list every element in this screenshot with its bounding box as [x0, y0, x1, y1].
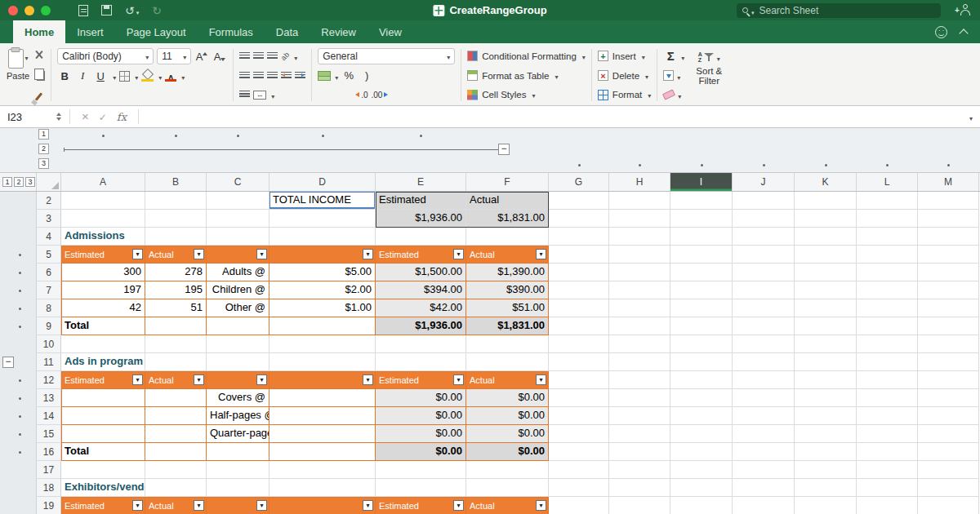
cell-J14[interactable]: [733, 407, 795, 425]
new-workbook-icon[interactable]: [78, 5, 88, 16]
column-header-H[interactable]: H: [609, 173, 670, 191]
cell-E17[interactable]: [376, 461, 466, 479]
cell-L4[interactable]: [857, 228, 918, 246]
cell-I14[interactable]: [670, 407, 733, 425]
row-header-11[interactable]: 11: [37, 353, 61, 371]
cell-B17[interactable]: [145, 461, 207, 479]
undo-dropdown-caret-icon[interactable]: [135, 3, 140, 18]
cell-L9[interactable]: [857, 317, 918, 335]
cell-M10[interactable]: [918, 335, 979, 353]
cell-E10[interactable]: [376, 335, 466, 353]
cell-F4[interactable]: [466, 228, 549, 246]
cell-J16[interactable]: [733, 443, 795, 461]
cell-G5[interactable]: [549, 246, 609, 264]
cell-A9[interactable]: Total: [61, 317, 145, 335]
cell-B6[interactable]: 278: [145, 264, 207, 281]
paste-dropdown-caret-icon[interactable]: [24, 49, 29, 64]
cell-F9[interactable]: $1,831.00: [466, 317, 549, 335]
cell-B16[interactable]: [145, 443, 207, 461]
cell-J7[interactable]: [733, 281, 795, 299]
cell-M6[interactable]: [918, 264, 979, 281]
cell-B5[interactable]: Actual: [145, 246, 207, 264]
cell-B19[interactable]: Actual: [145, 497, 207, 514]
fill-color-icon[interactable]: [141, 70, 154, 82]
cell-C18[interactable]: [207, 479, 270, 497]
sort-filter-button[interactable]: Sort & Filter: [691, 47, 727, 104]
cell-G13[interactable]: [549, 389, 609, 407]
cell-J15[interactable]: [733, 425, 795, 443]
cell-K17[interactable]: [795, 461, 857, 479]
cell-L11[interactable]: [857, 353, 918, 371]
tab-insert[interactable]: Insert: [65, 20, 115, 43]
row-header-10[interactable]: 10: [37, 335, 61, 353]
cell-H13[interactable]: [609, 389, 670, 407]
autosum-button[interactable]: Σ: [663, 47, 684, 65]
cell-L3[interactable]: [857, 210, 918, 228]
row-header-5[interactable]: 5: [37, 246, 61, 264]
cell-I10[interactable]: [670, 335, 733, 353]
cell-F5[interactable]: Actual: [466, 246, 549, 264]
cell-D9[interactable]: [270, 317, 376, 335]
cell-I17[interactable]: [670, 461, 733, 479]
cell-C16[interactable]: [207, 443, 270, 461]
column-header-G[interactable]: G: [549, 173, 609, 191]
column-header-A[interactable]: A: [61, 173, 145, 191]
filter-button-E19[interactable]: [453, 500, 464, 511]
cell-D19[interactable]: [270, 497, 376, 514]
cell-B14[interactable]: [145, 407, 207, 425]
cell-I2[interactable]: [670, 192, 733, 210]
cell-B4[interactable]: [145, 228, 207, 246]
cell-M2[interactable]: [918, 192, 979, 210]
row-group-collapse-button[interactable]: −: [2, 357, 14, 368]
cell-M7[interactable]: [918, 281, 979, 299]
cell-L14[interactable]: [857, 407, 918, 425]
cell-I13[interactable]: [670, 389, 733, 407]
row-outline-level-2[interactable]: 2: [14, 177, 24, 187]
cell-D17[interactable]: [270, 461, 376, 479]
cell-E9[interactable]: $1,936.00: [376, 317, 466, 335]
cell-E7[interactable]: $394.00: [376, 281, 466, 299]
wrap-text-icon[interactable]: [239, 91, 250, 99]
cell-I11[interactable]: [670, 353, 733, 371]
cell-H19[interactable]: [609, 497, 670, 514]
cell-C4[interactable]: [207, 228, 270, 246]
row-header-8[interactable]: 8: [37, 299, 61, 317]
cell-H18[interactable]: [609, 479, 670, 497]
column-header-K[interactable]: K: [795, 173, 857, 191]
cell-M4[interactable]: [918, 228, 979, 246]
filter-button-F12[interactable]: [536, 374, 546, 385]
cell-D7[interactable]: $2.00: [270, 281, 376, 299]
cell-D8[interactable]: $1.00: [270, 299, 376, 317]
align-left-icon[interactable]: [239, 72, 250, 80]
increase-indent-icon[interactable]: [295, 72, 305, 80]
copy-icon[interactable]: [37, 71, 45, 81]
cell-I18[interactable]: [670, 479, 733, 497]
cell-H8[interactable]: [609, 299, 670, 317]
cell-D3[interactable]: [270, 210, 376, 228]
cell-M8[interactable]: [918, 299, 979, 317]
cell-L17[interactable]: [857, 461, 918, 479]
borders-icon[interactable]: [119, 71, 130, 82]
underline-caret-icon[interactable]: [111, 69, 116, 83]
cell-C15[interactable]: Quarter-pages @: [207, 425, 270, 443]
cell-I19[interactable]: [670, 497, 733, 514]
format-painter-icon[interactable]: [35, 92, 42, 100]
row-header-13[interactable]: 13: [37, 389, 61, 407]
tab-formulas[interactable]: Formulas: [198, 20, 265, 43]
column-header-E[interactable]: E: [376, 173, 466, 191]
cell-M13[interactable]: [918, 389, 979, 407]
cell-I16[interactable]: [670, 443, 733, 461]
cell-C11[interactable]: [207, 353, 270, 371]
cell-C17[interactable]: [207, 461, 270, 479]
cell-L8[interactable]: [857, 299, 918, 317]
row-header-2[interactable]: 2: [37, 192, 61, 210]
cell-E8[interactable]: $42.00: [376, 299, 466, 317]
merge-caret-icon[interactable]: [270, 87, 274, 102]
cell-B18[interactable]: [145, 479, 207, 497]
filter-button-D12[interactable]: [363, 374, 373, 385]
currency-format-icon[interactable]: [318, 70, 330, 81]
cell-K4[interactable]: [795, 228, 857, 246]
cell-I15[interactable]: [670, 425, 733, 443]
cell-K7[interactable]: [795, 281, 857, 299]
borders-caret-icon[interactable]: [133, 69, 138, 83]
